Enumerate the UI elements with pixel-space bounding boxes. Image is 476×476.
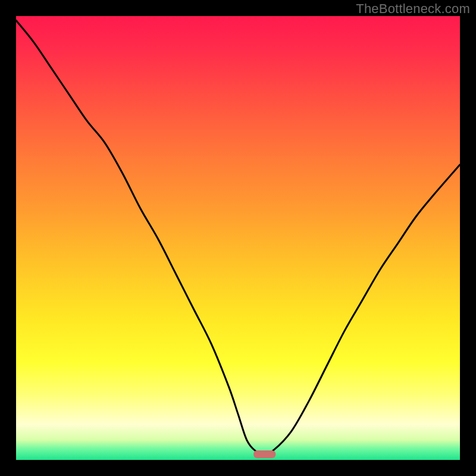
plot-area — [16, 16, 460, 460]
chart-frame: TheBottleneck.com — [0, 0, 476, 476]
watermark-text: TheBottleneck.com — [356, 2, 470, 15]
